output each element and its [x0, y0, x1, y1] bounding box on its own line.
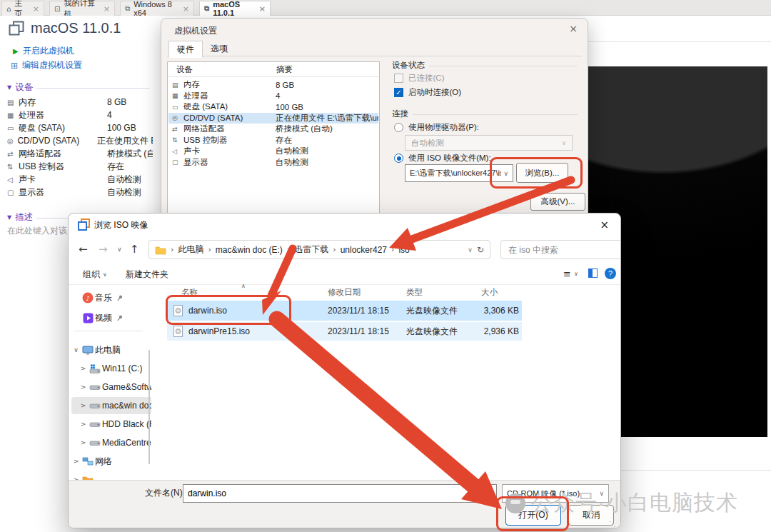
use-physical-drive-radio[interactable]: [394, 123, 403, 132]
windows-drive-icon: [89, 364, 101, 373]
device-row[interactable]: ◁ 声卡 自动检测: [7, 173, 153, 186]
close-icon[interactable]: ×: [600, 219, 609, 231]
sidebar-item-mediacentre[interactable]: > MediaCentre: [71, 434, 151, 451]
tree-collapsed-icon[interactable]: >: [71, 458, 81, 465]
connect-at-power-on-checkbox[interactable]: ✓: [394, 88, 403, 97]
tree-collapsed-icon[interactable]: >: [79, 402, 88, 409]
device-row[interactable]: ◎ CD/DVD (SATA) 正在使用文件 E:\迅雷下载\unlo...: [7, 134, 153, 147]
device-row[interactable]: ▭ 硬盘 (SATA) 100 GB: [7, 121, 153, 134]
tree-collapsed-icon[interactable]: >: [79, 439, 88, 446]
column-device[interactable]: 设备: [176, 64, 193, 75]
vmware-workstation-window: ⌂ 主页 × ⊡ 我的计算机 × ⧉ Windows 8 x64 × ⧉ mac…: [0, 0, 771, 532]
device-row[interactable]: ⇄ 网络适配器 桥接模式 (自动): [7, 147, 153, 160]
close-tab-icon[interactable]: ×: [104, 4, 110, 14]
tab-my-computer[interactable]: ⊡ 我的计算机 ×: [49, 1, 115, 16]
address-bar[interactable]: › 此电脑 › mac&win doc (E:) › 迅雷下载 › unlock…: [148, 240, 490, 259]
home-icon: ⌂: [6, 5, 11, 13]
breadcrumb-drive[interactable]: mac&win doc (E:): [216, 245, 283, 255]
tree-expanded-icon[interactable]: ∨: [71, 346, 81, 353]
annotation-box-darwin-iso: [166, 295, 291, 325]
svg-text:♪: ♪: [86, 295, 90, 302]
sidebar-item-network[interactable]: > 网络: [71, 453, 147, 470]
connection-label: 连接: [392, 109, 408, 119]
device-value: 存在: [107, 161, 124, 173]
close-tab-icon[interactable]: ×: [33, 4, 39, 14]
resize-grip[interactable]: ⋱: [609, 520, 616, 528]
forward-icon[interactable]: →: [99, 243, 108, 256]
breadcrumb-unlocker[interactable]: unlocker427: [341, 245, 387, 255]
settings-device-row[interactable]: ▭ 硬盘 (SATA) 100 GB: [168, 101, 378, 113]
divider: [36, 88, 150, 89]
close-tab-icon[interactable]: ×: [259, 4, 266, 14]
tab-label: macOS 11.0.1: [213, 0, 254, 17]
close-tab-icon[interactable]: ×: [183, 4, 189, 14]
sidebar-scrollbar[interactable]: [148, 350, 150, 464]
sidebar-item-hdd-black[interactable]: > HDD Black (F: [71, 416, 151, 433]
device-row[interactable]: ▢ 显示器 自动检测: [7, 186, 153, 199]
column-header-type[interactable]: 类型: [406, 287, 423, 298]
use-iso-radio[interactable]: [394, 154, 403, 163]
sidebar-item-music[interactable]: ♪ 音乐: [71, 289, 147, 306]
power-on-link[interactable]: ▶ 开启此虚拟机: [13, 45, 74, 57]
vm-icon: ⧉: [125, 4, 130, 13]
settings-device-row[interactable]: ▦ 处理器 4: [168, 91, 378, 102]
sidebar-item-this-pc[interactable]: ∨ 此电脑: [71, 341, 147, 358]
settings-device-row[interactable]: ◁ 声卡 自动检测: [168, 146, 378, 157]
sidebar-item-videos[interactable]: 视频: [71, 309, 147, 326]
device-summary: 桥接模式 (自动): [276, 124, 378, 134]
new-folder-button[interactable]: 新建文件夹: [126, 268, 168, 281]
sidebar-item-label: 网络: [95, 456, 112, 468]
tab-windows8[interactable]: ⧉ Windows 8 x64 ×: [120, 1, 194, 16]
tab-options[interactable]: 选项: [203, 41, 236, 56]
settings-device-row[interactable]: ▢ 显示器 自动检测: [168, 157, 378, 169]
breadcrumb-this-pc[interactable]: 此电脑: [178, 244, 203, 256]
refresh-icon[interactable]: ↻: [477, 245, 484, 255]
sidebar-item-partial[interactable]: >: [71, 471, 147, 480]
settings-device-row-selected[interactable]: ◎ CD/DVD (SATA) 正在使用文件 E:\迅雷下载\unlo...: [168, 113, 378, 124]
tree-collapsed-icon[interactable]: >: [79, 383, 88, 391]
edit-settings-link[interactable]: ⊞ 编辑虚拟机设置: [11, 59, 82, 71]
sidebar-item-win11-c[interactable]: > Win11 (C:): [71, 360, 151, 377]
settings-device-row[interactable]: ⇅ USB 控制器 存在: [168, 135, 378, 146]
drive-icon: [89, 401, 101, 411]
devices-section-header[interactable]: ▼ 设备: [7, 81, 150, 94]
address-dropdown-icon[interactable]: ∨: [468, 246, 473, 254]
close-icon[interactable]: ×: [569, 23, 578, 34]
connected-checkbox[interactable]: [394, 74, 403, 83]
file-size: 2,936 KB: [445, 326, 519, 336]
advanced-button[interactable]: 高级(V)...: [530, 193, 585, 211]
annotation-box-open: [496, 496, 569, 531]
tab-hardware[interactable]: 硬件: [168, 41, 203, 58]
column-summary[interactable]: 摘要: [276, 64, 293, 75]
breadcrumb-downloads[interactable]: 迅雷下载: [294, 244, 328, 256]
tree-collapsed-icon[interactable]: >: [79, 365, 88, 372]
device-row[interactable]: ⇅ USB 控制器 存在: [7, 160, 153, 173]
physical-drive-select[interactable]: 自动检测 ∨: [405, 135, 573, 151]
sidebar-item-label: HDD Black (F: [102, 419, 151, 429]
tab-home[interactable]: ⌂ 主页 ×: [1, 1, 44, 16]
tree-collapsed-icon[interactable]: >: [79, 421, 88, 428]
view-menu[interactable]: ≡ ∨: [563, 268, 578, 279]
settings-device-row[interactable]: ▤ 内存 8 GB: [168, 79, 378, 91]
device-name: CD/DVD (SATA): [183, 114, 276, 122]
column-header-size[interactable]: 大小: [481, 287, 498, 298]
tab-macos[interactable]: ⧉ macOS 11.0.1 ×: [199, 1, 271, 16]
up-icon[interactable]: ↑: [130, 243, 139, 256]
sidebar-item-game-softw[interactable]: > Game&Softw: [71, 378, 151, 396]
breadcrumb-iso[interactable]: iso: [398, 245, 409, 255]
back-icon[interactable]: ←: [79, 243, 88, 256]
help-button[interactable]: ?: [605, 268, 616, 279]
filename-input[interactable]: [183, 485, 496, 502]
device-row[interactable]: ▦ 处理器 4: [7, 109, 153, 121]
sidebar-item-mac-win-doc[interactable]: > mac&win doc: [71, 397, 151, 414]
device-summary: 100 GB: [276, 103, 378, 111]
device-row[interactable]: ▤ 内存 8 GB: [7, 96, 153, 109]
recent-locations-icon[interactable]: ∨: [117, 246, 122, 253]
organize-menu[interactable]: 组织 ∨: [83, 268, 107, 281]
chevron-down-icon: ∨: [103, 271, 107, 278]
column-header-date[interactable]: 修改日期: [328, 287, 361, 298]
preview-pane-button[interactable]: [588, 268, 598, 278]
settings-device-row[interactable]: ⇄ 网络适配器 桥接模式 (自动): [168, 124, 378, 135]
device-name: 处理器: [183, 91, 276, 101]
search-input[interactable]: [507, 244, 621, 256]
